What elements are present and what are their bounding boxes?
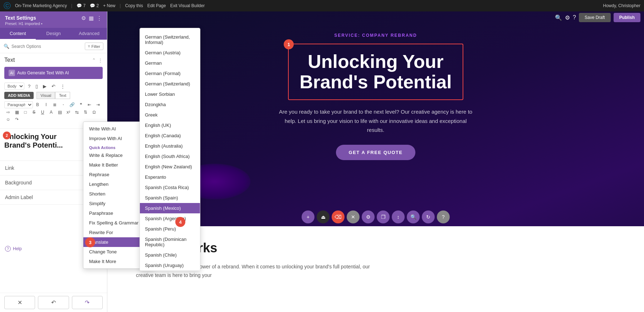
lang-item[interactable]: Spanish (Mexico) [140,203,200,213]
extra-btn[interactable]: ▤ [56,109,64,115]
lang-item[interactable]: English (Australia) [140,141,200,151]
emoji-btn[interactable]: ☺ [4,116,12,123]
align-center-btn[interactable]: ⇥ [94,101,102,108]
omega-btn[interactable]: Ω [90,109,98,115]
topbar-new[interactable]: + New [103,3,115,8]
lang-item[interactable]: Spanish (Spain) [140,193,200,203]
underline-btn[interactable]: U [39,109,47,115]
save-draft-button[interactable]: Save Draft [579,13,611,22]
layout-icon[interactable]: ▦ [89,15,94,21]
topbar-bubbles[interactable]: 💬 2 [90,3,99,8]
lang-item[interactable]: English (UK) [140,120,200,130]
link-btn[interactable]: 🔗 [68,101,76,108]
ai-generate-button[interactable]: AI Auto Generate Text With AI [4,67,103,79]
fab-copy-button[interactable]: ❐ [377,211,390,223]
superscript-btn[interactable]: x² [64,109,72,115]
search-input[interactable] [11,44,83,49]
lang-item[interactable]: Spanish (Uruguay) [140,260,200,271]
redo-panel-button[interactable]: ↷ [72,296,103,309]
align-left-btn[interactable]: ⇤ [86,101,93,108]
ellipsis-icon[interactable]: ⋮ [98,58,103,63]
fab-delete-button[interactable]: ⌫ [332,211,345,223]
add-media-button[interactable]: ADD MEDIA [4,92,34,99]
lang-item[interactable]: English (Canada) [140,130,200,141]
text-section-icons: ⌃ ⋮ [92,58,103,63]
redo-btn[interactable]: ↷ [13,116,21,123]
fab-close-button[interactable]: ✕ [347,211,360,223]
hero-subtitle: Are you ready to take your brand to the … [275,107,476,135]
lang-item[interactable]: Spanish (Argentina) [140,213,200,224]
cta-button[interactable]: GET A FREE QUOTE [336,145,416,160]
unordered-list-btn[interactable]: ≣ [51,101,59,108]
text-block-icon[interactable]: ▯ [34,83,39,90]
align-right-btn[interactable]: ⇨ [4,109,12,115]
italic-btn[interactable]: I [42,101,50,108]
topbar: ⓒ On-Time Marketing Agency | 💬 7 💬 2 + N… [0,0,644,11]
lang-item[interactable]: German (Austria) [140,48,200,58]
paragraph-select[interactable]: Paragraph [4,101,33,108]
more-options-btn[interactable]: ⋮ [59,83,67,90]
fab-settings-button[interactable]: ⚙ [362,211,375,223]
visual-view-btn[interactable]: Visual [36,92,55,99]
text-view-btn[interactable]: Text [55,92,70,99]
lang-item[interactable]: German (Formal) [140,68,200,79]
bold-btn[interactable]: B [34,101,42,108]
chevron-up-icon[interactable]: ⌃ [92,58,96,63]
ordered-list-btn[interactable]: ⋅ [59,101,67,108]
topbar-edit[interactable]: Edit Page [147,3,166,8]
tab-design[interactable]: Design [36,28,72,40]
help-icon-btn[interactable]: ? [26,83,32,90]
more-icon[interactable]: ⋮ [97,15,102,21]
indent-btn[interactable]: ⇆ [73,109,81,115]
lang-item[interactable]: German [140,58,200,68]
cursor-icon[interactable]: ▶ [42,83,48,90]
fab-refresh-button[interactable]: ↻ [422,211,435,223]
panel-title: Text Settings [5,15,43,21]
topbar-sep: | [71,3,72,8]
lang-item[interactable]: Spanish (Chile) [140,250,200,260]
topbar-exit[interactable]: Exit Visual Builder [170,3,205,8]
tab-advanced[interactable]: Advanced [71,28,107,40]
blockquote-btn[interactable]: ❝ [77,101,85,108]
lang-item[interactable]: Esperanto [140,172,200,182]
lang-item[interactable]: German (Switzerland, Informal) [140,32,200,48]
fab-add-button[interactable]: + [302,211,314,223]
text-section: Text ⌃ ⋮ AI Auto Generate Text With AI B… [0,53,107,129]
lang-item[interactable]: Greek [140,110,200,120]
fab-search2-button[interactable]: 🔍 [407,211,420,223]
fab-help2-button[interactable]: ? [437,211,450,223]
panel-tabs: Content Design Advanced [0,28,107,40]
special-btn[interactable]: □ [21,109,29,115]
lang-item[interactable]: Spanish (Dominican Republic) [140,234,200,250]
outdent-btn[interactable]: ⇅ [82,109,89,115]
table-btn[interactable]: ▦ [13,109,21,115]
search-top-icon[interactable]: 🔍 [555,14,562,21]
lang-item[interactable]: Lower Sorbian [140,89,200,99]
fab-move-button[interactable]: ↕ [392,211,405,223]
publish-button[interactable]: Publish [614,13,640,22]
lang-item[interactable]: German (Switzerland) [140,79,200,89]
text-color-btn[interactable]: A [47,109,55,115]
topbar-copy[interactable]: Copy this [125,3,143,8]
lang-item[interactable]: English (New Zealand) [140,162,200,172]
strikethrough-btn[interactable]: S [30,109,38,115]
lang-item[interactable]: Spanish (Costa Rica) [140,182,200,193]
filter-button[interactable]: ▿ Filter [85,43,103,50]
badge-3: 3 [85,237,95,247]
topbar-comments[interactable]: 💬 7 [77,3,86,8]
help-top-icon[interactable]: ? [573,14,576,21]
tab-content[interactable]: Content [0,28,36,40]
lang-item[interactable]: Dzongkha [140,99,200,110]
undo-btn[interactable]: ↶ [50,83,57,90]
settings-icon[interactable]: ⚙ [81,15,86,21]
lang-item[interactable]: Danish [140,28,200,32]
hero-box: 1 Unlocking Your Brand's Potential [288,44,463,100]
undo-panel-button[interactable]: ↶ [38,296,69,309]
close-panel-button[interactable]: ✕ [4,296,35,309]
lang-item[interactable]: English (South Africa) [140,151,200,162]
lang-item[interactable]: Spanish (Peru) [140,224,200,234]
text-style-select[interactable]: Body [4,83,24,90]
topbar-site-name[interactable]: On-Time Marketing Agency [15,3,67,8]
fab-power-button[interactable]: ⏏ [317,211,330,223]
settings-top-icon[interactable]: ⚙ [565,14,570,21]
